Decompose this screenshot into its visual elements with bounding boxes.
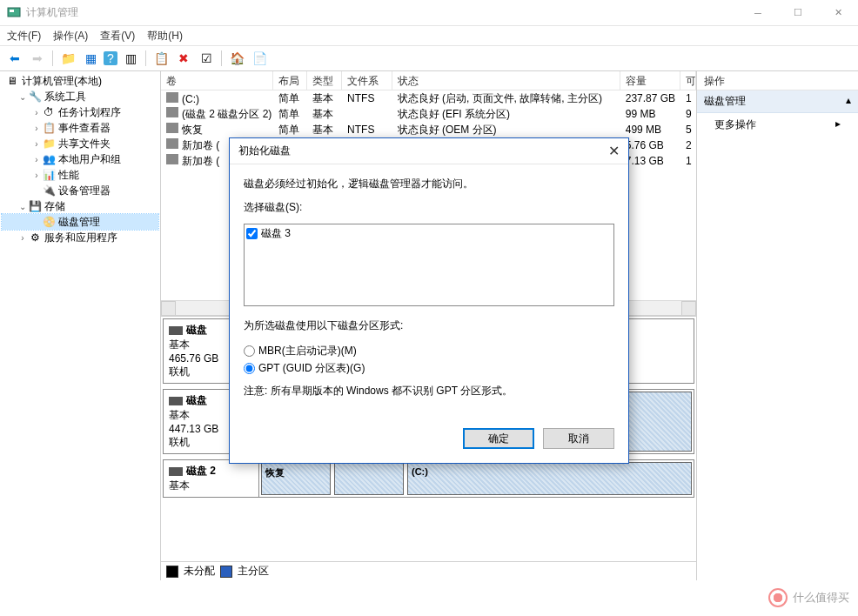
tree-local-users[interactable]: ›👥本地用户和组 [2,151,158,167]
disk-2[interactable]: 磁盘 2基本 恢复(C:) [163,459,694,498]
col-type[interactable]: 类型 [307,71,342,90]
dialog-note: 注意: 所有早期版本的 Windows 都不识别 GPT 分区形式。 [244,384,614,398]
initialize-disk-dialog: 初始化磁盘 ✕ 磁盘必须经过初始化，逻辑磁盘管理器才能访问。 选择磁盘(S): … [229,137,629,464]
chevron-right-icon: ▸ [835,117,841,132]
watermark: 什么值得买 [768,588,849,607]
volume-row[interactable]: 恢复简单基本NTFS状态良好 (OEM 分区)499 MB5 [161,122,696,137]
disk-icon [169,397,183,405]
nav-tree: 🖥计算机管理(本地) ⌄🔧系统工具 ›⏱任务计划程序 ›📋事件查看器 ›📁共享文… [0,71,161,580]
tree-event-viewer[interactable]: ›📋事件查看器 [2,120,158,136]
dialog-close-button[interactable]: ✕ [608,143,620,159]
ok-button[interactable]: 确定 [463,428,534,449]
tree-shared-folders[interactable]: ›📁共享文件夹 [2,136,158,151]
legend-unallocated: 未分配 [184,564,215,579]
tree-system-tools[interactable]: ⌄🔧系统工具 [2,89,158,104]
legend-primary-icon [220,566,232,578]
menu-view[interactable]: 查看(V) [100,29,135,44]
title-bar: 计算机管理 ─ ☐ ✕ [0,0,858,26]
legend-unallocated-icon [166,566,178,578]
select-disk-label: 选择磁盘(S): [244,200,614,215]
menu-bar: 文件(F) 操作(A) 查看(V) 帮助(H) [0,26,858,45]
minimize-button[interactable]: ─ [738,0,778,26]
toolbar: ⬅ ➡ 📁 ▦ ? ▥ 📋 ✖ ☑ 🏠 📄 [0,45,858,71]
disk-icon [169,326,183,335]
tb-btn-8[interactable]: 🏠 [227,49,246,68]
dialog-title: 初始化磁盘 [238,144,291,158]
collapse-icon: ▴ [846,94,851,109]
close-button[interactable]: ✕ [818,0,858,26]
col-free[interactable]: 可 [680,71,696,90]
tree-performance[interactable]: ›📊性能 [2,167,158,183]
col-volume[interactable]: 卷 [161,71,273,90]
delete-icon[interactable]: ✖ [174,49,193,68]
partition[interactable]: 恢复 [261,462,331,495]
tb-btn-7[interactable]: ☑ [197,49,216,68]
mbr-radio[interactable]: MBR(主启动记录)(M) [244,342,614,359]
app-icon [7,6,21,20]
maximize-button[interactable]: ☐ [778,0,818,26]
volume-header: 卷 布局 类型 文件系统 状态 容量 可 [161,71,696,90]
legend: 未分配 主分区 [161,561,696,580]
col-capacity[interactable]: 容量 [620,71,680,90]
tree-services[interactable]: ›⚙服务和应用程序 [2,230,158,245]
menu-action[interactable]: 操作(A) [53,29,88,44]
partition[interactable] [334,462,404,495]
tb-btn-9[interactable]: 📄 [250,49,269,68]
tree-device-manager[interactable]: 🔌设备管理器 [2,183,158,198]
tb-btn-5[interactable]: 📋 [151,49,171,68]
volume-row[interactable]: (磁盘 2 磁盘分区 2)简单基本状态良好 (EFI 系统分区)99 MB9 [161,106,696,122]
window-title: 计算机管理 [26,5,738,20]
menu-file[interactable]: 文件(F) [7,29,41,44]
forward-button[interactable]: ➡ [28,49,47,68]
actions-section[interactable]: 磁盘管理▴ [697,90,858,113]
tree-disk-management[interactable]: 📀磁盘管理 [2,214,158,230]
legend-primary: 主分区 [238,564,269,579]
cancel-button[interactable]: 取消 [543,428,614,449]
actions-panel: 操作 磁盘管理▴ 更多操作▸ [697,71,858,580]
disk-3-checkbox[interactable]: 磁盘 3 [246,226,612,240]
help-icon[interactable]: ? [104,51,117,65]
tb-btn-2[interactable]: ▦ [81,49,100,68]
back-button[interactable]: ⬅ [5,49,24,68]
col-layout[interactable]: 布局 [273,71,308,90]
tree-storage[interactable]: ⌄💾存储 [2,198,158,214]
tb-btn-4[interactable]: ▥ [121,49,140,68]
partition[interactable]: (C:) [407,462,692,495]
disk-listbox[interactable]: 磁盘 3 [244,224,614,306]
dialog-message: 磁盘必须经过初始化，逻辑磁盘管理器才能访问。 [244,177,614,191]
col-fs[interactable]: 文件系统 [342,71,392,90]
svg-rect-1 [10,10,14,12]
tree-root[interactable]: 🖥计算机管理(本地) [2,73,158,89]
tree-task-scheduler[interactable]: ›⏱任务计划程序 [2,104,158,120]
menu-help[interactable]: 帮助(H) [147,29,183,44]
gpt-radio[interactable]: GPT (GUID 分区表)(G) [244,359,614,377]
actions-header: 操作 [697,71,858,90]
tb-btn-1[interactable]: 📁 [58,49,77,68]
watermark-logo-icon [768,588,788,607]
partition-style-label: 为所选磁盘使用以下磁盘分区形式: [244,318,614,333]
volume-row[interactable]: (C:)简单基本NTFS状态良好 (启动, 页面文件, 故障转储, 主分区)23… [161,90,696,106]
disk-icon [169,467,183,476]
col-status[interactable]: 状态 [392,71,620,90]
more-actions[interactable]: 更多操作▸ [697,113,858,137]
